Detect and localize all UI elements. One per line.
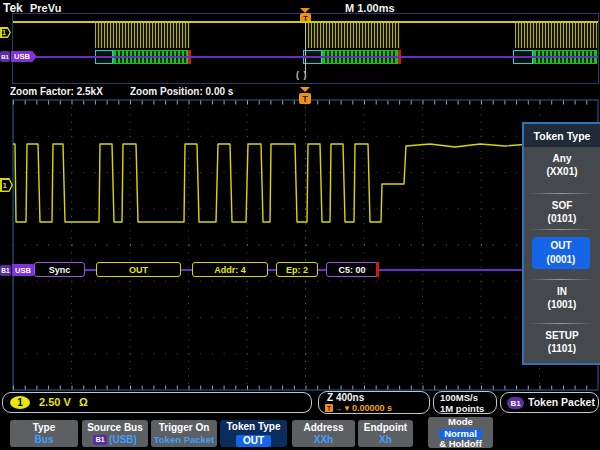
channel1-badge: 1 <box>10 396 30 409</box>
decode-box-token: OUT <box>96 262 181 277</box>
trigger-position-value: 0.00000 s <box>352 403 392 413</box>
main-trigger-flag-icon[interactable]: T <box>299 93 311 104</box>
menu-button-token-type[interactable]: Token Type OUT <box>220 420 287 447</box>
bus-trigger-label: Token Packet <box>528 396 595 408</box>
trigger-t-icon: T <box>325 404 333 412</box>
bus-trigger-readout-box: B1 Token Packet <box>500 392 599 413</box>
channel1-scale: 2.50 V <box>39 396 71 408</box>
ch1-waveform-trace <box>13 144 598 222</box>
zoom-scale-label: Z 400ns <box>327 392 364 403</box>
decode-box-crc5: C5: 00 <box>326 262 378 277</box>
token-option-in[interactable]: IN(1001) <box>524 285 600 311</box>
token-option-setup[interactable]: SETUP(1101) <box>524 329 600 355</box>
panel-separator <box>528 193 594 194</box>
menu-button-address[interactable]: Address XXh <box>292 420 355 447</box>
zoom-scale-readout-box: Z 400ns T → ▼ 0.00000 s <box>318 391 430 414</box>
decode-packet-end-mark <box>376 262 379 277</box>
menu-button-mode[interactable]: Mode Normal & Holdoff <box>428 417 493 448</box>
token-option-out-selected[interactable]: OUT(0001) <box>532 237 590 269</box>
channel1-readout-box: 1 2.50 V Ω <box>2 392 312 413</box>
arrow-right-icon: → <box>334 404 342 413</box>
decode-box-endpoint: Ep: 2 <box>276 262 318 277</box>
panel-separator <box>528 279 594 280</box>
record-length: 1M points <box>440 403 484 414</box>
acquisition-readout-box: 100MS/s 1M points <box>433 391 497 414</box>
menu-button-endpoint[interactable]: Endpoint Xh <box>358 420 413 447</box>
token-type-panel: Token Type Any(XX01) SOF(0101) OUT(0001)… <box>522 122 600 365</box>
sample-rate: 100MS/s <box>440 392 478 403</box>
menu-button-trigger-on[interactable]: Trigger On Token Packet <box>151 420 217 447</box>
bus-b1-badge: B1 <box>507 397 524 409</box>
token-panel-title: Token Type <box>524 124 600 147</box>
decode-box-sync: Sync <box>34 262 85 277</box>
decode-bus-badge: B1 <box>0 265 11 276</box>
panel-separator <box>528 229 594 230</box>
menu-b1-badge: B1 <box>93 435 107 445</box>
menu-button-source-bus[interactable]: Source Bus B1 (USB) <box>82 420 148 447</box>
token-option-sof[interactable]: SOF(0101) <box>524 199 600 225</box>
panel-separator <box>528 323 594 324</box>
oscilloscope-screen: Tek PreVu M 1.00ms 1 B1 USB T ( ) Zoom F… <box>0 0 600 450</box>
main-graticule-canvas <box>0 0 600 450</box>
channel1-coupling: Ω <box>79 396 88 408</box>
decode-box-address: Addr: 4 <box>192 262 268 277</box>
token-option-any[interactable]: Any(XX01) <box>524 152 600 178</box>
menu-button-type[interactable]: Type Bus <box>10 420 78 447</box>
marker-down-icon: ▼ <box>343 404 351 413</box>
